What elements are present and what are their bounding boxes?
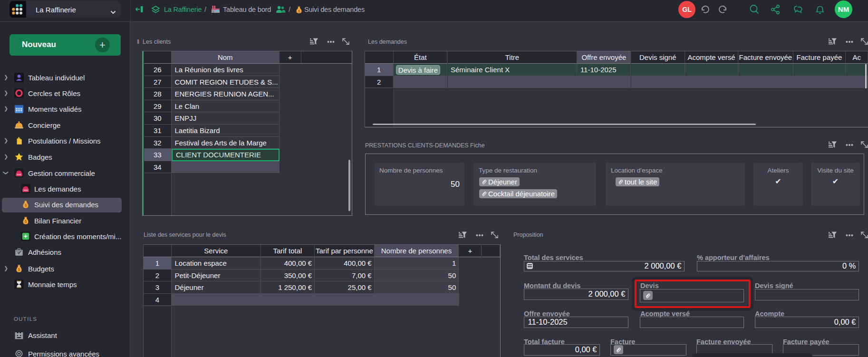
svg-text:$: $ — [25, 219, 27, 223]
svg-text:$: $ — [298, 9, 300, 13]
svg-text:$: $ — [25, 203, 27, 208]
svg-text:$: $ — [18, 267, 20, 271]
